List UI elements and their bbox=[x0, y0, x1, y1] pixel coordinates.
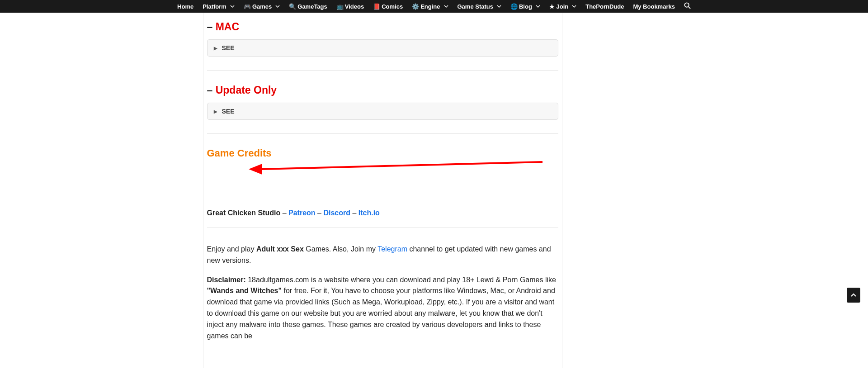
nav-label: Home bbox=[177, 3, 193, 10]
nav-my-bookmarks[interactable]: My Bookmarks bbox=[628, 0, 679, 13]
search-button[interactable] bbox=[679, 2, 695, 10]
discord-link[interactable]: Discord bbox=[323, 209, 350, 217]
nav-label: ThePornDude bbox=[585, 3, 624, 10]
nav-label: Engine bbox=[420, 3, 440, 10]
game-title-quoted: "Wands and Witches" bbox=[207, 287, 282, 294]
update-section-header: – Update Only bbox=[207, 84, 558, 96]
accordion-label: SEE bbox=[222, 44, 235, 52]
divider bbox=[207, 133, 558, 134]
chevron-down-icon bbox=[572, 4, 576, 9]
nav-home[interactable]: Home bbox=[173, 0, 198, 13]
nav-comics[interactable]: 📕 Comics bbox=[368, 0, 407, 13]
disclaimer-paragraph: Disclaimer: 18adultgames.com is a websit… bbox=[207, 275, 558, 342]
studio-name: Great Chicken Studio bbox=[207, 209, 281, 217]
nav-videos[interactable]: 📺 Videos bbox=[332, 0, 368, 13]
nav-label: ★ Join bbox=[549, 3, 568, 10]
nav-join[interactable]: ★ Join bbox=[545, 0, 581, 13]
itchio-link[interactable]: Itch.io bbox=[359, 209, 380, 217]
see-accordion-update[interactable]: ▶ SEE bbox=[207, 103, 558, 120]
triangle-right-icon: ▶ bbox=[214, 109, 217, 114]
nav-gametags[interactable]: 🔍 GameTags bbox=[284, 0, 332, 13]
nav-label: GameTags bbox=[297, 3, 327, 10]
gamepad-icon: 🎮 bbox=[244, 3, 251, 10]
nav-engine[interactable]: ⚙️ Engine bbox=[407, 0, 453, 13]
book-icon: 📕 bbox=[373, 3, 380, 10]
chevron-down-icon bbox=[497, 4, 501, 9]
divider bbox=[207, 227, 558, 228]
gear-icon: ⚙️ bbox=[412, 3, 419, 10]
svg-point-0 bbox=[684, 3, 689, 7]
divider bbox=[207, 70, 558, 71]
see-accordion-mac[interactable]: ▶ SEE bbox=[207, 39, 558, 57]
svg-line-1 bbox=[689, 7, 690, 9]
chevron-down-icon bbox=[536, 4, 540, 9]
search-icon bbox=[684, 2, 691, 9]
nav-blog[interactable]: 🌐 Blog bbox=[506, 0, 545, 13]
nav-label: Videos bbox=[345, 3, 364, 10]
nav-platform[interactable]: Platform bbox=[198, 0, 239, 13]
nav-label: Platform bbox=[203, 3, 226, 10]
credits-line: Great Chicken Studio – Patreon – Discord… bbox=[207, 209, 558, 217]
nav-label: My Bookmarks bbox=[633, 3, 675, 10]
mac-section-header: – MAC bbox=[207, 21, 558, 33]
nav-games[interactable]: 🎮 Games bbox=[239, 0, 284, 13]
accordion-label: SEE bbox=[222, 108, 235, 115]
top-navbar: Home Platform 🎮 Games 🔍 GameTags 📺 Video… bbox=[0, 0, 868, 13]
tv-icon: 📺 bbox=[336, 3, 344, 10]
nav-label: Blog bbox=[519, 3, 532, 10]
disclaimer-label: Disclaimer: bbox=[207, 276, 246, 284]
nav-theporndude[interactable]: ThePornDude bbox=[581, 0, 628, 13]
scroll-to-top-button[interactable] bbox=[847, 288, 860, 303]
chevron-down-icon bbox=[230, 4, 235, 9]
triangle-right-icon: ▶ bbox=[214, 46, 217, 51]
patreon-link[interactable]: Patreon bbox=[288, 209, 316, 217]
telegram-link[interactable]: Telegram bbox=[377, 245, 407, 253]
main-content: – MAC ▶ SEE – Update Only ▶ SEE Game Cre… bbox=[203, 13, 562, 368]
nav-label: Comics bbox=[382, 3, 403, 10]
nav-game-status[interactable]: Game Status bbox=[453, 0, 506, 13]
nav-label: Game Status bbox=[458, 3, 493, 10]
chevron-down-icon bbox=[444, 4, 448, 9]
game-credits-heading: Game Credits bbox=[207, 147, 558, 159]
globe-icon: 🌐 bbox=[510, 3, 518, 10]
nav-label: Games bbox=[252, 3, 272, 10]
magnifier-icon: 🔍 bbox=[289, 3, 296, 10]
enjoy-paragraph: Enjoy and play Adult xxx Sex Games. Also… bbox=[207, 244, 558, 266]
chevron-up-icon bbox=[850, 292, 857, 299]
chevron-down-icon bbox=[275, 4, 280, 9]
